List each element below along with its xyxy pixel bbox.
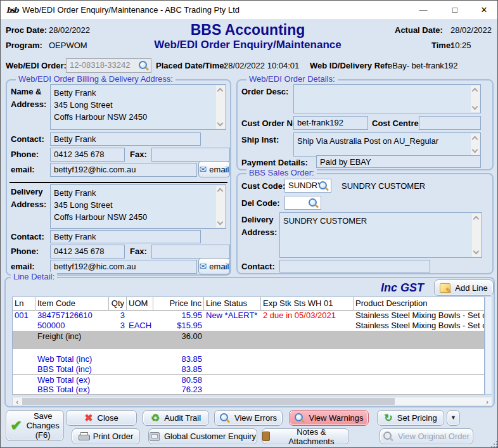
- delivery-phone-input[interactable]: 0412 345 678: [50, 245, 125, 259]
- table-vertical-scrollbar[interactable]: [485, 297, 492, 395]
- web-edi-order-input[interactable]: 12-08318-33242: [66, 58, 151, 73]
- maximize-button[interactable]: □: [444, 1, 466, 19]
- name-address-value: Betty Frank 345 Long Street Coffs Harbou…: [54, 87, 214, 128]
- billing-fax-input[interactable]: [151, 148, 230, 162]
- delivery-contact-input[interactable]: Betty Frank: [50, 230, 201, 243]
- scroll-down-icon[interactable]: [217, 219, 224, 226]
- ship-inst-textarea[interactable]: Ship Via Australia Post on AU_Regular: [293, 132, 481, 157]
- notes-attachments-button[interactable]: Notes & Attachments: [262, 428, 349, 444]
- close-window-button[interactable]: ✕: [473, 1, 495, 19]
- textarea-scrollbar[interactable]: [472, 214, 481, 257]
- order-details-group: Web/EDI Order Details: Order Desc: Cust …: [236, 79, 494, 170]
- view-warnings-button[interactable]: View Warnings: [289, 410, 369, 426]
- table-cell: [127, 310, 153, 321]
- table-row[interactable]: 001384757126610315.95New *ALERT*2 due in…: [13, 310, 484, 321]
- set-pricing-button[interactable]: ↻ Set Pricing: [377, 410, 444, 426]
- textarea-scrollbar[interactable]: [471, 134, 480, 155]
- placed-label: Placed Date/Time:: [156, 60, 227, 72]
- scroll-up-icon[interactable]: [472, 88, 478, 94]
- add-line-icon: ✎: [440, 283, 450, 293]
- delivery-fax-input[interactable]: [151, 245, 230, 259]
- delivery-email-button[interactable]: ✉ email: [198, 258, 230, 274]
- table-row[interactable]: BBS Total (ex)76.23: [13, 385, 484, 395]
- scroll-down-icon[interactable]: [473, 248, 480, 255]
- del-code-input[interactable]: [284, 196, 321, 210]
- scroll-down-icon[interactable]: [472, 147, 478, 153]
- table-row[interactable]: Freight (inc)36.00: [13, 331, 484, 349]
- audit-trail-button[interactable]: ♻ Audit Trail: [143, 410, 209, 426]
- scroll-right-icon[interactable]: ›: [483, 397, 492, 406]
- table-row[interactable]: BBS Total (inc)83.85: [13, 364, 484, 374]
- column-header: Qty: [109, 297, 127, 310]
- bbs-delivery-address-textarea[interactable]: SUNDRY CUSTOMER: [279, 212, 482, 258]
- billing-phone-input[interactable]: 0412 345 678: [50, 148, 125, 162]
- add-line-button[interactable]: ✎ Add Line: [434, 279, 494, 296]
- textarea-scrollbar[interactable]: [216, 86, 225, 129]
- billing-contact-input[interactable]: Betty Frank: [50, 132, 201, 146]
- table-cell: Web Total (inc): [35, 354, 109, 364]
- order-desc-textarea[interactable]: [293, 84, 481, 113]
- table-cell: [354, 331, 484, 349]
- program-value: OEPWOM: [49, 41, 87, 50]
- table-row[interactable]: 5000003EACH$15.95Stainless Steel Mixing …: [13, 321, 484, 331]
- scroll-down-icon[interactable]: [472, 104, 478, 110]
- order-lookup-icon[interactable]: [139, 61, 149, 71]
- view-original-order-button[interactable]: View Original Order: [380, 428, 473, 444]
- table-cell: [261, 375, 354, 385]
- minimize-button[interactable]: —: [412, 1, 434, 19]
- cust-code-input[interactable]: SUNDRY: [284, 179, 331, 193]
- table-cell: 80.58: [153, 375, 204, 385]
- table-cell: [13, 364, 35, 374]
- scroll-up-icon[interactable]: [473, 216, 480, 222]
- table-row[interactable]: Web Total (inc)83.85: [13, 354, 484, 364]
- app-title: BBS Accounting: [89, 22, 406, 39]
- textarea-scrollbar[interactable]: [216, 186, 225, 227]
- table-row[interactable]: [13, 349, 484, 354]
- check-icon: ✔: [10, 421, 22, 430]
- table-cell: [204, 349, 261, 354]
- scroll-up-icon[interactable]: [217, 88, 224, 94]
- table-cell: EACH: [127, 321, 153, 331]
- bbs-contact-input[interactable]: [279, 260, 430, 272]
- scroll-left-icon[interactable]: ‹: [13, 397, 22, 406]
- delivery-email-input[interactable]: bettyf192@hic.com.au: [50, 260, 197, 274]
- webid-value: eBay- bet-frank192: [388, 61, 458, 70]
- textarea-scrollbar[interactable]: [471, 86, 480, 112]
- program-label: Program:: [6, 39, 42, 52]
- resize-grip[interactable]: [494, 444, 495, 445]
- payment-details-input[interactable]: Paid by EBAY: [316, 155, 481, 168]
- cost-centre-input[interactable]: [419, 116, 481, 130]
- table-cell: 83.85: [153, 364, 204, 374]
- table-cell: [204, 385, 261, 394]
- set-pricing-dropdown-button[interactable]: ▼: [447, 410, 460, 426]
- scrollbar-thumb[interactable]: [22, 398, 395, 405]
- name-address-textarea[interactable]: Betty Frank 345 Long Street Coffs Harbou…: [50, 84, 226, 130]
- billing-email-button[interactable]: ✉ email: [198, 161, 230, 177]
- print-order-button[interactable]: Print Order: [72, 428, 140, 444]
- table-cell: [109, 349, 127, 354]
- placed-value: 28/02/2022 10:04:01: [224, 61, 299, 70]
- scroll-down-icon[interactable]: [217, 120, 224, 127]
- cust-order-no-input[interactable]: bet-frank192: [293, 116, 368, 130]
- scroll-up-icon[interactable]: [217, 188, 224, 195]
- table-cell: [354, 375, 484, 385]
- scroll-up-icon[interactable]: [472, 136, 478, 143]
- table-cell: 76.23: [153, 385, 204, 394]
- table-cell: [13, 331, 35, 349]
- table-row[interactable]: Web Total (ex)80.58: [13, 374, 484, 385]
- table-cell: [13, 375, 35, 385]
- cust-code-lookup-icon[interactable]: [319, 181, 329, 191]
- del-code-lookup-icon[interactable]: [309, 198, 319, 208]
- close-button[interactable]: ✖ Close: [66, 410, 137, 426]
- proc-date-value: 28/02/2022: [49, 25, 90, 35]
- delivery-address-textarea[interactable]: Betty Frank 345 Long Street Coffs Harbou…: [50, 184, 226, 229]
- view-original-order-label: View Original Order: [398, 432, 469, 441]
- table-cell: [261, 364, 354, 374]
- global-customer-enquiry-button[interactable]: Global Customer Enquiry: [148, 428, 257, 444]
- billing-email-input[interactable]: bettyf192@hic.com.au: [50, 163, 197, 177]
- actual-date-label: Actual Date:: [395, 24, 443, 37]
- order-desc-label: Order Desc:: [241, 86, 288, 98]
- table-horizontal-scrollbar[interactable]: ‹ ›: [12, 397, 492, 406]
- save-changes-button[interactable]: ✔ Save Changes (F6): [6, 410, 64, 441]
- view-errors-button[interactable]: View Errors: [214, 410, 283, 426]
